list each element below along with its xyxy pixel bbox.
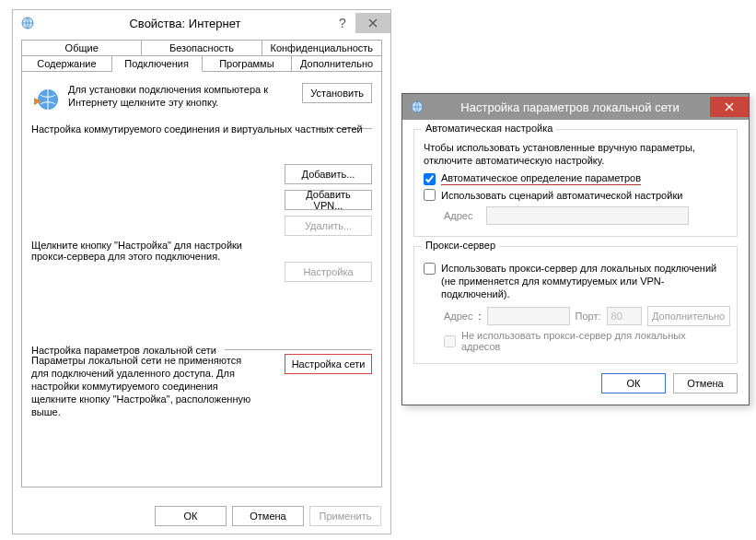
tab-advanced[interactable]: Дополнительно: [292, 55, 382, 72]
globe-small-icon: [20, 16, 35, 30]
lan-text: Параметры локальной сети не применяются …: [31, 354, 252, 418]
lan-settings-button[interactable]: Настройка сети: [285, 354, 372, 374]
dialog-buttons: ОК Отмена Применить: [155, 506, 381, 526]
dialog-title: Свойства: Интернет: [41, 17, 330, 30]
cancel-button[interactable]: Отмена: [673, 373, 738, 393]
use-script-label: Использовать сценарий автоматической нас…: [441, 190, 682, 201]
address-label: Адрес: [444, 210, 481, 221]
bypass-local-label: Не использовать прокси-сервер для локаль…: [461, 330, 727, 352]
globe-small-icon: [410, 100, 425, 114]
close-button[interactable]: [710, 97, 749, 117]
bypass-local-row: Не использовать прокси-сервер для локаль…: [444, 330, 727, 352]
globe-icon: [31, 85, 61, 114]
connections-panel: Для установки подключения компьютера к И…: [21, 72, 382, 487]
tab-connections[interactable]: Подключения: [112, 55, 203, 72]
port-label: Порт:: [576, 311, 601, 322]
auto-config-group: Автоматическая настройка Чтобы использов…: [413, 129, 738, 237]
proxy-address-label: Адрес: [444, 311, 473, 322]
lan-settings-dialog: Настройка параметров локальной сети Авто…: [401, 93, 750, 405]
close-icon: [725, 102, 734, 112]
proxy-address-input: [487, 307, 570, 325]
use-proxy-row[interactable]: Использовать прокси-сервер для локальных…: [424, 262, 727, 300]
tab-content[interactable]: Содержание: [21, 55, 112, 72]
auto-detect-row[interactable]: Автоматическое определение параметров: [424, 172, 727, 185]
use-script-row[interactable]: Использовать сценарий автоматической нас…: [424, 189, 727, 201]
use-proxy-checkbox[interactable]: [424, 263, 436, 275]
tabs: Общие Безопасность Конфиденциальность Со…: [21, 40, 382, 487]
proxy-hint: Щелкните кнопку "Настройка" для настройк…: [31, 240, 252, 262]
tab-security[interactable]: Безопасность: [142, 40, 262, 55]
config-button: Настройка: [285, 262, 372, 282]
setup-button[interactable]: Установить: [302, 83, 372, 103]
use-proxy-label: Использовать прокси-сервер для локальных…: [441, 262, 727, 300]
cancel-button[interactable]: Отмена: [232, 506, 304, 526]
dialog-title: Настройка параметров локальной сети: [430, 100, 710, 114]
tab-general[interactable]: Общие: [21, 40, 142, 55]
script-address-input: [486, 206, 689, 225]
tab-privacy[interactable]: Конфиденциальность: [262, 40, 382, 55]
tab-programs[interactable]: Программы: [203, 55, 293, 72]
proxy-advanced-button: Дополнительно: [647, 306, 730, 326]
proxy-port-input: [607, 307, 642, 325]
proxy-group: Прокси-сервер Использовать прокси-сервер…: [413, 246, 738, 364]
dialup-label: Настройка коммутируемого соединения и ви…: [31, 123, 372, 135]
auto-detect-checkbox[interactable]: [424, 173, 436, 185]
help-button[interactable]: ?: [330, 13, 355, 33]
ok-button[interactable]: ОК: [601, 373, 666, 393]
titlebar[interactable]: Свойства: Интернет ?: [13, 10, 390, 36]
add-vpn-button[interactable]: Добавить VPN...: [285, 190, 372, 210]
auto-text: Чтобы использовать установленные вручную…: [424, 141, 727, 167]
setup-text: Для установки подключения компьютера к И…: [68, 83, 295, 109]
close-icon: [368, 18, 378, 28]
internet-properties-dialog: Свойства: Интернет ? Общие Безопасность …: [12, 9, 391, 534]
use-script-checkbox[interactable]: [424, 189, 436, 201]
group-legend: Прокси-сервер: [422, 240, 499, 251]
dialog-buttons: ОК Отмена: [413, 373, 738, 393]
apply-button: Применить: [309, 506, 381, 526]
close-button[interactable]: [355, 13, 390, 33]
add-button[interactable]: Добавить...: [285, 164, 372, 184]
auto-detect-label: Автоматическое определение параметров: [441, 172, 641, 185]
titlebar[interactable]: Настройка параметров локальной сети: [402, 94, 749, 120]
group-legend: Автоматическая настройка: [422, 123, 556, 134]
bypass-local-checkbox: [444, 335, 456, 347]
ok-button[interactable]: ОК: [155, 506, 227, 526]
remove-button: Удалить...: [285, 216, 372, 236]
